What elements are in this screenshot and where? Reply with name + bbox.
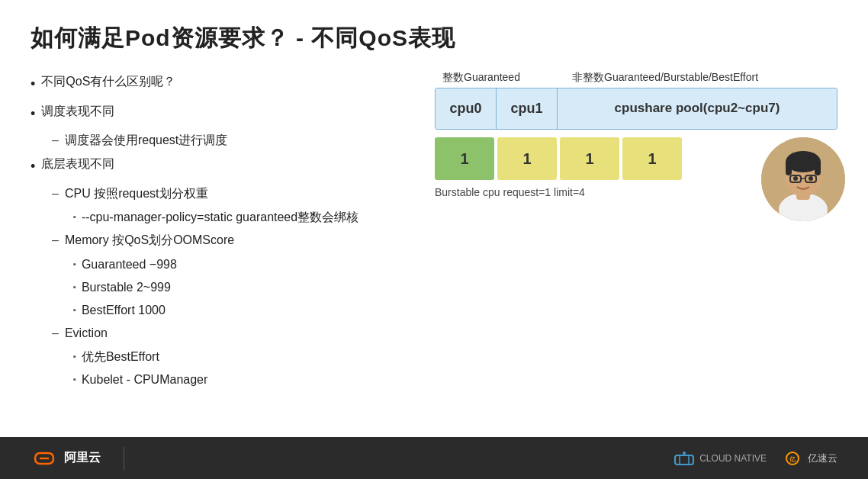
aliyun-logo: 阿里云 xyxy=(31,450,101,467)
bullet-square-3-1-1: ▪ xyxy=(73,210,76,224)
svg-point-10 xyxy=(793,176,798,181)
bullet-dash-3-3: – xyxy=(52,323,59,343)
bullet-text-3-3-2: Kubelet - CPUManager xyxy=(82,369,207,390)
content-area: • 不同QoS有什么区别呢？ • 调度表现不同 – 调度器会使用request进… xyxy=(31,71,837,394)
svg-point-16 xyxy=(683,452,686,455)
bullet-text-3-1-1: --cpu-manager-policy=static guaranteed整数… xyxy=(82,207,358,227)
bullet-square-3-2-2: ▪ xyxy=(73,280,76,294)
diagram-labels: 整数Guaranteed 非整数Guaranteed/Burstable/Bes… xyxy=(435,71,837,85)
label-int: 整数Guaranteed xyxy=(435,71,557,85)
share-cell-1: 1 xyxy=(497,137,557,180)
bullet-l2-3-2: – Memory 按QoS划分OOMScore xyxy=(52,230,412,250)
bullet-text-1: 不同QoS有什么区别呢？ xyxy=(41,71,175,92)
bullet-l1-1: • 不同QoS有什么区别呢？ xyxy=(31,71,412,96)
cpu-row: cpu0 cpu1 cpushare pool(cpu2~cpu7) xyxy=(435,88,837,130)
bullet-l3-3-2-1: ▪ Guaranteed −998 xyxy=(73,254,412,275)
aliyun-logo-icon xyxy=(31,450,58,467)
cpu-cell-0: cpu0 xyxy=(436,88,497,129)
avatar xyxy=(761,137,845,221)
slide: 如何满足Pod资源要求？ - 不同QoS表现 • 不同QoS有什么区别呢？ • … xyxy=(0,0,868,479)
bullet-group-1: • 不同QoS有什么区别呢？ xyxy=(31,71,412,96)
bullet-square-3-2-3: ▪ xyxy=(73,303,76,317)
bullet-l3-3-1-1: ▪ --cpu-manager-policy=static guaranteed… xyxy=(73,207,412,227)
share-cell-0: 1 xyxy=(435,137,494,180)
yisu-icon: 亿 xyxy=(782,451,803,466)
bullet-dot-1: • xyxy=(31,72,35,96)
svg-rect-13 xyxy=(675,455,693,465)
bullet-text-3-2-3: BestEffort 1000 xyxy=(82,300,166,320)
bullet-text-3: 底层表现不同 xyxy=(41,153,114,174)
left-content: • 不同QoS有什么区别呢？ • 调度表现不同 – 调度器会使用request进… xyxy=(31,71,412,394)
bullet-l3-3-2-2: ▪ Burstable 2~999 xyxy=(73,277,412,297)
footer-right: CLOUD NATIVE 亿 亿速云 xyxy=(674,451,837,466)
cloud-native-icon xyxy=(674,451,695,466)
footer: 阿里云 CLOUD NATIVE 亿 亿速云 xyxy=(0,437,868,479)
bullet-dash-3-1: – xyxy=(52,183,59,204)
share-cell-2: 1 xyxy=(560,137,619,180)
slide-title: 如何满足Pod资源要求？ - 不同QoS表现 xyxy=(31,23,837,54)
bullet-dot-3: • xyxy=(31,155,35,178)
cloud-native-logo: CLOUD NATIVE xyxy=(674,451,767,466)
bullet-group-2: • 调度表现不同 – 调度器会使用request进行调度 xyxy=(31,101,412,151)
bullet-l2-3-3: – Eviction xyxy=(52,323,412,343)
bullet-dash-3-2: – xyxy=(52,230,59,250)
bullet-text-3-3-1: 优先BestEffort xyxy=(82,346,159,367)
bullet-text-2: 调度表现不同 xyxy=(41,101,114,121)
bullet-text-3-1: CPU 按照request划分权重 xyxy=(65,183,208,204)
bullet-l2-2-1: – 调度器会使用request进行调度 xyxy=(52,130,412,150)
aliyun-label: 阿里云 xyxy=(64,450,101,466)
bullet-square-3-3-1: ▪ xyxy=(73,349,76,364)
bullet-text-3-2-2: Burstable 2~999 xyxy=(82,277,171,297)
bullet-dot-2: • xyxy=(31,102,35,126)
yisu-logo: 亿 亿速云 xyxy=(782,451,837,466)
cpu-cell-1: cpu1 xyxy=(497,88,558,129)
cpu-pool: cpushare pool(cpu2~cpu7) xyxy=(558,88,837,129)
bullet-text-2-1: 调度器会使用request进行调度 xyxy=(65,130,227,150)
footer-divider xyxy=(124,447,124,470)
bullet-l3-3-3-1: ▪ 优先BestEffort xyxy=(73,346,412,367)
share-cell-3: 1 xyxy=(622,137,682,180)
svg-text:亿: 亿 xyxy=(789,456,796,463)
bullet-dash-2-1: – xyxy=(52,130,59,150)
bullet-l1-3: • 底层表现不同 xyxy=(31,153,412,178)
svg-rect-6 xyxy=(815,160,821,175)
bullet-l3-3-2-3: ▪ BestEffort 1000 xyxy=(73,300,412,320)
bullet-text-3-2: Memory 按QoS划分OOMScore xyxy=(65,230,234,250)
cloud-native-label: CLOUD NATIVE xyxy=(699,453,767,464)
bullet-l1-2: • 调度表现不同 xyxy=(31,101,412,126)
label-non-int: 非整数Guaranteed/Burstable/BestEffort xyxy=(557,71,837,85)
bullet-text-3-2-1: Guaranteed −998 xyxy=(82,254,177,275)
bullet-l3-3-3-2: ▪ Kubelet - CPUManager xyxy=(73,369,412,390)
svg-rect-5 xyxy=(786,160,792,175)
svg-point-11 xyxy=(809,176,813,181)
bullet-square-3-2-1: ▪ xyxy=(73,257,76,272)
bullet-l2-3-1: – CPU 按照request划分权重 xyxy=(52,183,412,204)
bullet-text-3-3: Eviction xyxy=(65,323,108,343)
yisu-label: 亿速云 xyxy=(808,452,837,465)
bullet-group-3: • 底层表现不同 – CPU 按照request划分权重 ▪ --cpu-man… xyxy=(31,153,412,390)
bullet-square-3-3-2: ▪ xyxy=(73,372,76,387)
right-content: 整数Guaranteed 非整数Guaranteed/Burstable/Bes… xyxy=(412,71,837,198)
